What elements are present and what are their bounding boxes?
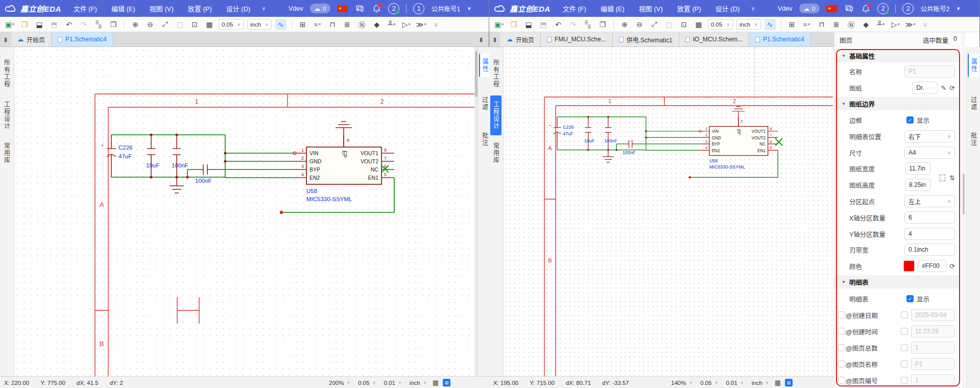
name-field[interactable] <box>904 65 955 78</box>
save-button[interactable]: ⬓ <box>523 19 534 30</box>
wire-tool-button[interactable]: ∿ <box>764 19 776 30</box>
menu-item-4[interactable]: 设计 (D) <box>226 4 251 13</box>
dock-tab-过滤[interactable]: 过滤 <box>968 92 979 115</box>
place-component-button[interactable]: ⊞ <box>786 19 798 30</box>
save-all-button[interactable]: ⬒ <box>538 19 549 30</box>
attr-value-checkbox[interactable] <box>901 311 908 319</box>
toolbar-grid-select[interactable]: 0.05∨ <box>219 19 244 30</box>
attr-checkbox[interactable] <box>838 360 845 368</box>
place-resistor-button[interactable]: ≈▾ <box>801 19 812 30</box>
document-tab----Schematic1[interactable]: 供电.Schematic1 <box>613 32 679 46</box>
china-flag-icon[interactable]: ★ <box>337 5 348 12</box>
user-avatar[interactable]: 2 <box>388 3 399 14</box>
grid-icon[interactable]: ▦ <box>775 379 781 386</box>
dock-tab-常用库[interactable]: 常用库 <box>490 137 501 169</box>
menu-item-2[interactable]: 视图 (V) <box>639 4 663 13</box>
save-button[interactable]: ⬓ <box>34 19 45 30</box>
menu-item-1[interactable]: 编辑 (E) <box>601 4 625 13</box>
sheet-select[interactable]: Dr.··· <box>912 82 938 94</box>
dock-tab-过滤[interactable]: 过滤 <box>479 92 490 115</box>
attr-checkbox[interactable] <box>838 344 845 351</box>
copy-button[interactable]: ❐ <box>108 19 119 30</box>
china-flag-icon[interactable]: ★ <box>826 5 837 12</box>
place-power-button[interactable]: ╨▾ <box>386 19 397 30</box>
attr-checkbox[interactable] <box>838 377 845 384</box>
place-netflag-button[interactable]: Ⓝ <box>356 19 368 30</box>
new-file-button[interactable]: ▣▾ <box>493 19 505 30</box>
canvas-settings-icon[interactable]: ⊞ <box>443 379 450 386</box>
frame-select-button[interactable]: ▢ <box>174 19 185 30</box>
dock-tab-所有工程[interactable]: 所有工程 <box>1 54 12 93</box>
sidebar-pin-icon[interactable]: ▮ <box>0 32 11 46</box>
frame-show-checkbox[interactable]: ✓ <box>906 116 914 124</box>
grid-size-select[interactable]: 0.05∨ <box>698 378 720 387</box>
zoom-level-select[interactable]: 200%∨ <box>327 378 352 387</box>
margin-width-field[interactable] <box>904 244 955 256</box>
dock-tab-常用库[interactable]: 常用库 <box>1 137 12 169</box>
attr-checkbox[interactable] <box>838 311 845 319</box>
unit-select[interactable]: inch∨ <box>750 378 771 387</box>
undo-button[interactable]: ↶ <box>553 19 564 30</box>
undo-button[interactable]: ↶ <box>63 19 75 30</box>
align-button[interactable]: ▚ <box>93 19 104 30</box>
menu-item-1[interactable]: 编辑 (E) <box>111 4 135 13</box>
grid-size-select[interactable]: 0.05∨ <box>356 378 377 387</box>
copy-button[interactable]: ❐ <box>597 19 608 30</box>
wire-tool-button[interactable]: ∿ <box>275 19 286 30</box>
new-file-button[interactable]: ▣▾ <box>4 19 15 30</box>
zoom-area-button[interactable]: ⊡ <box>678 19 689 30</box>
document-tab-P1-Schematic4[interactable]: P1.Schematic4 <box>52 32 113 46</box>
dock-tab-批注[interactable]: 批注 <box>968 128 979 151</box>
place-gate-button[interactable]: ▷▾ <box>890 19 901 30</box>
unit-select[interactable]: inch∨ <box>408 378 428 387</box>
menu-item-4[interactable]: 设计 (D) <box>715 4 740 13</box>
section-sheet-border[interactable]: ▼图纸边界 <box>834 97 959 110</box>
attr-value-field[interactable] <box>911 358 955 370</box>
account-dropdown-caret[interactable]: ▼ <box>956 6 961 11</box>
zoom-fit-button[interactable]: ⤢ <box>159 19 171 30</box>
place-netlabel-button[interactable]: ≣ <box>342 19 353 30</box>
sheet-size-select[interactable]: A4∨ <box>904 147 955 159</box>
sidebar-pin-icon[interactable]: ▮ <box>489 32 500 46</box>
grid-toggle-button[interactable]: ▦ <box>693 19 704 30</box>
sheet-width-field[interactable] <box>905 162 930 175</box>
color-hex-field[interactable] <box>918 260 946 272</box>
account-avatar[interactable]: 2 <box>902 3 914 14</box>
cloud-sync-badge[interactable]: ☁0 <box>310 4 331 13</box>
attr-value-field[interactable] <box>911 325 955 337</box>
refresh-color-icon[interactable]: ⟳ <box>949 262 955 270</box>
account-name[interactable]: 公共账号2 <box>920 4 949 13</box>
toolbar-unit-select[interactable]: inch∨ <box>736 19 761 30</box>
dock-tab-所有工程[interactable]: 所有工程 <box>490 54 501 93</box>
menu-item-3[interactable]: 放置 (P) <box>188 4 212 13</box>
attr-value-field[interactable] <box>911 309 955 321</box>
place-gate-button[interactable]: ▷▾ <box>401 19 412 30</box>
notification-bell-icon[interactable] <box>861 4 871 14</box>
toolbar-unit-select[interactable]: inch∨ <box>247 19 272 30</box>
save-all-button[interactable]: ⬒ <box>49 19 60 30</box>
menu-item-0[interactable]: 文件 (F) <box>74 4 97 13</box>
schematic-canvas-left[interactable]: + <box>14 47 474 376</box>
place-power-button[interactable]: ╨▾ <box>875 19 887 30</box>
notification-bell-icon[interactable] <box>371 4 381 14</box>
open-folder-button[interactable]: ❒ <box>19 19 30 30</box>
menu-item-2[interactable]: 视图 (V) <box>150 4 174 13</box>
document-tab----[interactable]: ☁开始页 <box>11 32 52 46</box>
zoom-in-button[interactable]: ⊕ <box>619 19 630 30</box>
document-tab-FMU_MCU-Sche---[interactable]: FMU_MCU.Sche... <box>541 32 613 46</box>
zoom-level-select[interactable]: 140%∨ <box>669 378 694 387</box>
swap-dimensions-icon[interactable]: ⇅ <box>949 174 955 182</box>
place-netport-button[interactable]: ⊓ <box>327 19 338 30</box>
document-tab-IO_MCU-Schem---[interactable]: IO_MCU.Schem... <box>679 32 749 46</box>
sheet-height-field[interactable] <box>905 179 930 191</box>
place-netlabel-button[interactable]: ≣ <box>831 19 842 30</box>
schematic-canvas-right[interactable]: 1 2 A B <box>504 47 834 376</box>
dock-tab-工程设计[interactable]: 工程设计 <box>490 95 501 135</box>
link-dimensions-icon[interactable] <box>940 175 945 181</box>
canvas-settings-icon[interactable]: ⊞ <box>785 379 793 386</box>
user-avatar[interactable]: 2 <box>877 3 889 14</box>
bom-show-checkbox[interactable]: ✓ <box>906 295 914 302</box>
redo-button[interactable]: ↷ <box>567 19 579 30</box>
document-tab-P1-Schematic4[interactable]: P1.Schematic4 <box>749 32 811 46</box>
y-zones-field[interactable] <box>904 228 955 240</box>
